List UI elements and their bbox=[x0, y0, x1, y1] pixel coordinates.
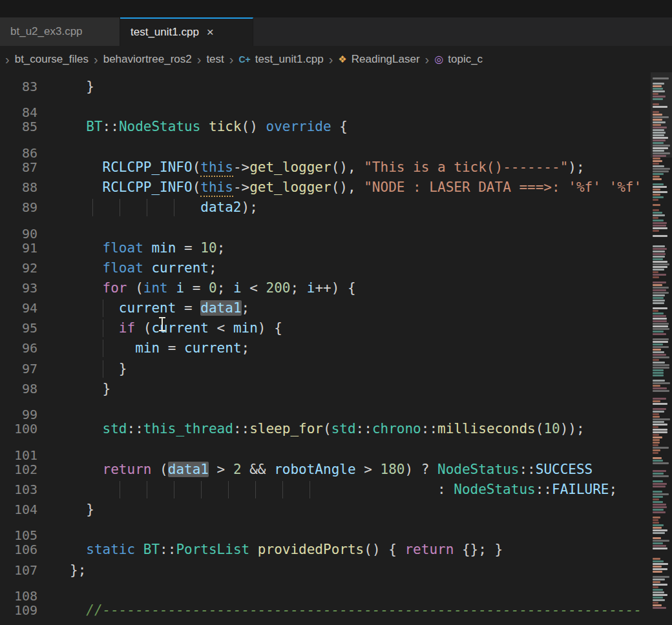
line-number[interactable]: 92 bbox=[0, 258, 37, 278]
minimap[interactable] bbox=[651, 72, 672, 625]
minimap-slider[interactable] bbox=[651, 72, 672, 158]
indent-guide bbox=[228, 481, 229, 498]
line-number[interactable]: 100 bbox=[0, 419, 37, 439]
indent-guide bbox=[120, 481, 120, 498]
tab-bt-u2-ex3[interactable]: bt_u2_ex3.cpp bbox=[0, 17, 120, 46]
line-number[interactable]: 89 bbox=[0, 198, 37, 218]
code-line[interactable]: 87 RCLCPP_INFO(this->get_logger(), "This… bbox=[0, 158, 672, 178]
line-number[interactable]: 93 bbox=[0, 278, 37, 298]
indent-guide bbox=[92, 199, 93, 216]
code-line[interactable]: 102 return (data1 > 2 && robotAngle > 18… bbox=[0, 460, 672, 480]
code-line[interactable]: 93 for (int i = 0; i < 200; i++) { bbox=[0, 278, 672, 298]
code-text: } bbox=[70, 500, 94, 520]
line-number[interactable]: 104 bbox=[0, 500, 37, 520]
code-line[interactable]: 92 float current; bbox=[0, 258, 672, 278]
line-number[interactable]: 97 bbox=[0, 359, 37, 379]
code-text: static BT::PortsList providedPorts() { r… bbox=[70, 540, 503, 560]
code-line[interactable]: 85 BT::NodeStatus tick() override { bbox=[0, 117, 672, 137]
code-line[interactable]: 83 } bbox=[0, 77, 672, 97]
code-line[interactable]: 107}; bbox=[0, 560, 672, 580]
indent-guide bbox=[103, 340, 103, 357]
class-symbol-icon: ❖ bbox=[338, 54, 346, 64]
code-line[interactable]: 100 std::this_thread::sleep_for(std::chr… bbox=[0, 419, 672, 439]
mouse-ibeam-cursor bbox=[162, 317, 163, 331]
chevron-icon: › bbox=[325, 53, 337, 66]
code-line[interactable]: 90 bbox=[0, 218, 672, 238]
code-line[interactable]: 103 : NodeStatus::FAILURE; bbox=[0, 480, 672, 500]
indent-guide bbox=[282, 481, 283, 498]
line-number[interactable]: 102 bbox=[0, 460, 37, 480]
code-line[interactable]: 105 bbox=[0, 520, 672, 540]
indent-guide bbox=[174, 199, 174, 216]
breadcrumb-item-readinglaser[interactable]: ❖ ReadingLaser bbox=[337, 53, 421, 66]
indent-guide bbox=[255, 481, 256, 498]
tab-label: bt_u2_ex3.cpp bbox=[10, 25, 83, 38]
indent-guide bbox=[103, 300, 103, 317]
code-line[interactable]: 98 } bbox=[0, 379, 672, 399]
chevron-icon: › bbox=[193, 53, 205, 66]
method-symbol-icon: ◎ bbox=[434, 54, 443, 65]
code-line[interactable]: 86 bbox=[0, 138, 672, 158]
code-text: min = current; bbox=[70, 338, 249, 358]
code-line[interactable]: 101 bbox=[0, 439, 672, 459]
indent-guide bbox=[310, 481, 310, 498]
line-number[interactable]: 91 bbox=[0, 238, 37, 258]
code-text: } bbox=[70, 359, 127, 379]
chevron-icon: › bbox=[1, 53, 14, 66]
code-text: data2); bbox=[70, 198, 258, 218]
close-icon[interactable]: × bbox=[207, 25, 214, 39]
indent-guide bbox=[201, 481, 202, 498]
breadcrumb: › bt_course_files › behaviortree_ros2 › … bbox=[0, 46, 672, 72]
code-text: RCLCPP_INFO(this->get_logger(), "NODE : … bbox=[70, 178, 642, 198]
line-number[interactable]: 83 bbox=[0, 77, 37, 97]
line-number[interactable]: 98 bbox=[0, 379, 37, 399]
code-line[interactable]: 106 static BT::PortsList providedPorts()… bbox=[0, 540, 672, 560]
chevron-icon: › bbox=[421, 53, 434, 66]
code-text: for (int i = 0; i < 200; i++) { bbox=[70, 278, 356, 298]
code-line[interactable]: 89 data2); bbox=[0, 198, 672, 218]
indent-guide bbox=[103, 360, 103, 378]
code-text: std::this_thread::sleep_for(std::chrono:… bbox=[70, 419, 585, 439]
line-number[interactable]: 107 bbox=[0, 560, 37, 580]
code-line[interactable]: 104 } bbox=[0, 500, 672, 520]
code-text: } bbox=[70, 77, 94, 97]
breadcrumb-item-test[interactable]: test bbox=[205, 53, 225, 66]
breadcrumb-item-file[interactable]: C+ test_unit1.cpp bbox=[237, 53, 324, 66]
tab-bar: bt_u2_ex3.cpp test_unit1.cpp × bbox=[0, 17, 672, 46]
indent-guide bbox=[120, 199, 120, 216]
breadcrumb-item-topic[interactable]: ◎ topic_c bbox=[433, 53, 484, 66]
code-line[interactable]: 88 RCLCPP_INFO(this->get_logger(), "NODE… bbox=[0, 178, 672, 198]
line-number[interactable]: 96 bbox=[0, 338, 37, 358]
tab-label: test_unit1.cpp bbox=[131, 26, 199, 39]
line-number[interactable]: 95 bbox=[0, 318, 37, 338]
code-lines: 83 }8485 BT::NodeStatus tick() override … bbox=[0, 72, 672, 620]
tab-test-unit1[interactable]: test_unit1.cpp × bbox=[120, 17, 253, 46]
code-line[interactable]: 84 bbox=[0, 97, 672, 117]
code-text: //--------------------------------------… bbox=[70, 600, 642, 620]
line-number[interactable]: 87 bbox=[0, 158, 37, 178]
breadcrumb-item-behaviortree-ros2[interactable]: behaviortree_ros2 bbox=[102, 53, 193, 66]
code-text: current = data1; bbox=[70, 298, 249, 318]
line-number[interactable]: 109 bbox=[0, 600, 37, 620]
code-line[interactable]: 109 //----------------------------------… bbox=[0, 600, 672, 620]
code-line[interactable]: 96 min = current; bbox=[0, 338, 672, 358]
editor[interactable]: 83 }8485 BT::NodeStatus tick() override … bbox=[0, 72, 672, 625]
code-line[interactable]: 91 float min = 10; bbox=[0, 238, 672, 258]
line-number[interactable]: 106 bbox=[0, 540, 37, 560]
line-number[interactable]: 85 bbox=[0, 117, 37, 137]
line-number[interactable]: 103 bbox=[0, 480, 37, 500]
code-line[interactable]: 108 bbox=[0, 580, 672, 600]
indent-guide bbox=[147, 199, 147, 216]
line-number[interactable]: 94 bbox=[0, 298, 37, 318]
code-text: BT::NodeStatus tick() override { bbox=[70, 117, 348, 137]
code-line[interactable]: 99 bbox=[0, 399, 672, 419]
code-line[interactable]: 94 current = data1; bbox=[0, 298, 672, 318]
code-line[interactable]: 97 } bbox=[0, 359, 672, 379]
indent-guide bbox=[147, 481, 147, 498]
code-text: RCLCPP_INFO(this->get_logger(), "This is… bbox=[70, 158, 585, 178]
indent-guide bbox=[103, 320, 103, 337]
line-number[interactable]: 88 bbox=[0, 178, 37, 198]
breadcrumb-item-bt-course-files[interactable]: bt_course_files bbox=[14, 53, 90, 66]
code-text: return (data1 > 2 && robotAngle > 180) ?… bbox=[70, 460, 593, 480]
code-line[interactable]: 95 if (current < min) { bbox=[0, 318, 672, 338]
